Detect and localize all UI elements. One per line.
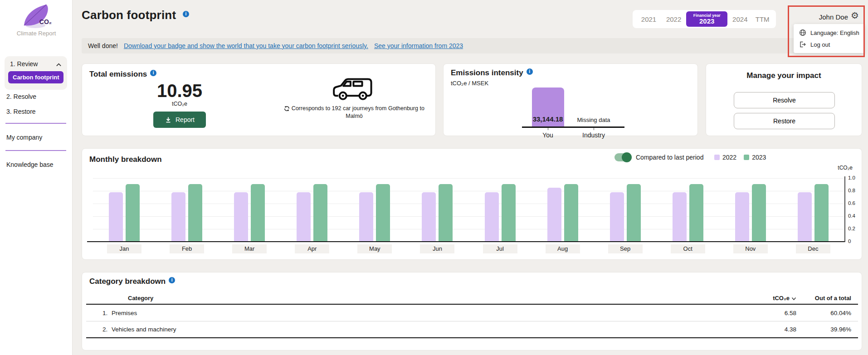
month-group-feb: Feb (156, 178, 218, 242)
sidebar-item-knowledge-base[interactable]: Knowledge base (6, 161, 54, 168)
y-axis-line (844, 176, 845, 242)
page-title: Carbon footprint (82, 8, 176, 22)
report-button-label: Report (176, 116, 195, 123)
month-group-jun: Jun (406, 178, 468, 242)
year-tab-bar: 2021 2022 Financial year 2023 2024 TTM (633, 10, 776, 28)
user-menu-dropdown: Language: English Log out (794, 24, 864, 53)
manage-impact-card: Manage your impact Resolve Restore (706, 63, 862, 136)
chevron-down-icon[interactable] (791, 295, 796, 302)
bar-2022-may (359, 192, 373, 242)
see-information-link[interactable]: See your information from 2023 (374, 42, 463, 49)
column-header-category: Category (86, 295, 751, 302)
bar-2023-jul (502, 184, 516, 242)
table-row[interactable]: 1.Premises6.5860.04% (86, 305, 858, 321)
column-header-share: Out of a total (796, 295, 851, 302)
download-icon (165, 116, 172, 124)
globe-icon (799, 29, 806, 37)
tab-year: 2023 (699, 18, 714, 25)
column-header-tco2e[interactable]: tCO₂e (751, 295, 796, 302)
chevron-up-icon[interactable] (56, 60, 62, 68)
month-label: Sep (608, 244, 643, 253)
info-icon[interactable]: i (150, 70, 156, 76)
month-group-may: May (343, 178, 406, 242)
month-label: Dec (796, 244, 830, 253)
legend-label: 2022 (722, 154, 736, 161)
card-title: Category breakdown (89, 277, 166, 286)
user-name[interactable]: John Doe (812, 13, 848, 21)
y-tick-label: 0.2 (848, 226, 863, 231)
month-group-dec: Dec (782, 178, 844, 242)
compare-toggle[interactable] (614, 153, 631, 161)
legend-swatch-2022 (714, 155, 720, 160)
sidebar-item-resolve[interactable]: 2. Resolve (6, 93, 36, 100)
info-icon[interactable]: i (527, 68, 533, 75)
month-group-apr: Apr (281, 178, 343, 242)
legend-swatch-2023 (744, 155, 749, 160)
month-group-aug: Aug (532, 178, 594, 242)
tab-2023-active[interactable]: Financial year 2023 (686, 11, 727, 27)
month-label: Apr (295, 244, 329, 253)
sidebar-item-review[interactable]: 1. Review (5, 56, 67, 68)
month-label: Jul (483, 244, 517, 253)
logout-icon (799, 41, 806, 49)
sidebar-item-restore[interactable]: 3. Restore (6, 108, 36, 115)
tab-2021[interactable]: 2021 (636, 15, 661, 23)
month-group-jul: Jul (468, 178, 531, 242)
banner-intro: Well done! (88, 42, 118, 49)
sidebar: CO₂ Climate Report 1. Review Carbon foot… (0, 0, 73, 355)
card-title: Monthly breakdown (89, 155, 162, 164)
bar-2022-jun (422, 192, 436, 242)
bar-2022-jan (109, 192, 123, 242)
restore-button[interactable]: Restore (734, 113, 835, 129)
month-group-oct: Oct (657, 178, 719, 242)
axis-tick (594, 128, 594, 130)
y-tick-label: 1.0 (848, 175, 863, 180)
legend-item-2022: 2022 (714, 154, 736, 161)
sidebar-item-carbon-footprint[interactable]: Carbon footprint (8, 71, 63, 83)
report-button[interactable]: Report (153, 112, 206, 128)
row-index: 1. (86, 310, 112, 316)
total-emissions-card: Total emissions i 10.95 tCO₂e Report (82, 63, 436, 136)
sidebar-divider (5, 150, 66, 151)
tab-2022[interactable]: 2022 (661, 15, 686, 23)
menu-item-language[interactable]: Language: English (794, 27, 864, 39)
sidebar-item-my-company[interactable]: My company (6, 134, 42, 141)
bar-2023-oct (689, 184, 703, 242)
bar-2022-nov (735, 192, 749, 242)
app-logo[interactable]: CO₂ Climate Report (0, 4, 73, 37)
chart-baseline (87, 241, 845, 242)
category-share: 60.04% (796, 310, 851, 316)
table-row[interactable]: 2.Vehicles and machinery4.3839.96% (86, 321, 858, 338)
equivalence-label: Corresponds to 192 car journeys from Got… (292, 105, 424, 119)
category-table-body: 1.Premises6.5860.04%2.Vehicles and machi… (86, 305, 858, 338)
bar-2023-mar (251, 184, 265, 242)
tab-2024[interactable]: 2024 (727, 15, 752, 23)
legend-item-2023: 2023 (744, 154, 766, 161)
month-group-nov: Nov (719, 178, 782, 242)
industry-label: Industry (566, 131, 621, 139)
resolve-button[interactable]: Resolve (734, 92, 835, 108)
congrats-banner: Well done! Download your badge and show … (82, 38, 862, 53)
download-badge-link[interactable]: Download your badge and show the world t… (124, 42, 368, 49)
refresh-icon[interactable] (284, 105, 291, 112)
month-group-jan: Jan (93, 178, 156, 242)
tab-ttm[interactable]: TTM (752, 15, 772, 23)
equivalence-text: Corresponds to 192 car journeys from Got… (277, 105, 431, 120)
info-icon[interactable]: i (169, 277, 175, 283)
menu-item-label: Log out (810, 41, 830, 48)
bar-2023-dec (814, 184, 829, 242)
month-label: Aug (546, 244, 580, 253)
gear-icon[interactable]: ⚙ (851, 10, 859, 21)
category-tco2e: 4.38 (751, 326, 796, 333)
total-emissions-unit: tCO₂e (82, 101, 277, 107)
intensity-unit: tCO₂e / MSEK (451, 80, 488, 87)
car-icon (332, 95, 376, 102)
total-emissions-value: 10.95 (82, 81, 277, 100)
emissions-intensity-card: Emissions intensity i tCO₂e / MSEK 33,14… (443, 63, 698, 136)
menu-item-logout[interactable]: Log out (794, 39, 864, 50)
month-label: Jun (420, 244, 454, 253)
bar-2022-mar (234, 192, 248, 242)
bar-2022-feb (171, 192, 185, 242)
axis-tick (548, 128, 548, 130)
info-icon[interactable]: i (183, 11, 189, 17)
